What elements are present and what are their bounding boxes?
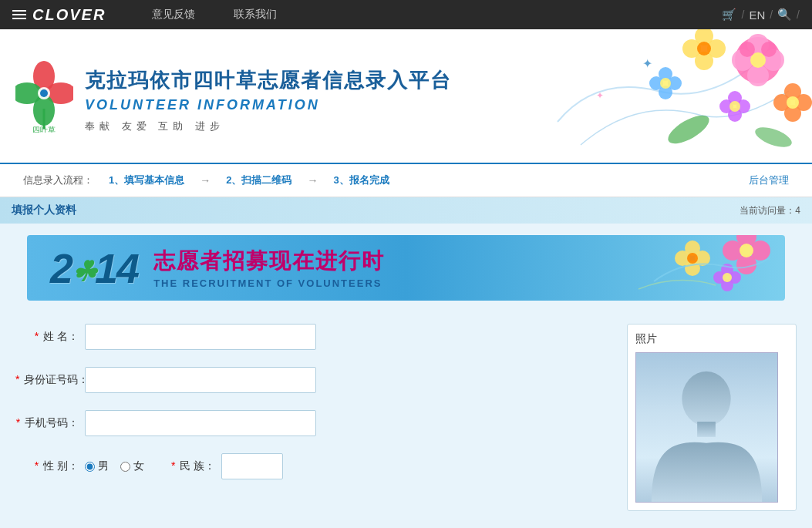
volunteer-banner: 2☘14 志愿者招募现在进行时 THE RECRUITMENT OF VOLUN… [27, 235, 785, 301]
gender-options: 男 女 * 民 族： [85, 453, 612, 479]
step3-label: 3、报名完成 [333, 173, 389, 187]
svg-point-44 [740, 244, 753, 257]
photo-title: 照片 [635, 332, 788, 346]
section-header: 填报个人资料 当前访问量：4 [0, 197, 812, 224]
search-icon[interactable]: 🔍 [777, 8, 792, 22]
phone-label: * 手机号码： [15, 416, 85, 430]
required-star: * [35, 330, 39, 342]
ethnicity-block: * 民 族： [171, 453, 283, 479]
visitor-count: 当前访问量：4 [740, 204, 800, 217]
name-input[interactable] [85, 324, 316, 350]
svg-point-20 [697, 42, 711, 55]
navbar-brand: CLOVER [12, 6, 106, 24]
nav-contact[interactable]: 联系我们 [234, 8, 277, 22]
svg-point-35 [729, 101, 740, 112]
svg-point-49 [687, 253, 698, 264]
step2-arrow: → [307, 174, 318, 187]
required-star-id: * [15, 373, 19, 385]
phone-row: * 手机号码： [15, 410, 612, 436]
photo-container: 照片 [627, 324, 797, 511]
step-nav: 信息录入流程： 1、填写基本信息 → 2、扫描二维码 → 3、报名完成 后台管理 [0, 164, 812, 197]
svg-point-15 [761, 42, 777, 57]
banner-flowers-right [608, 235, 785, 301]
nav-right: 🛒 / EN / 🔍 / [722, 8, 800, 22]
navbar: CLOVER 意见反馈 联系我们 🛒 / EN / 🔍 / [0, 0, 812, 29]
svg-point-5 [40, 89, 48, 97]
name-label: * 姓 名： [15, 330, 85, 344]
form-left: * 姓 名： * 身份证号码： * 手机号码： [15, 324, 612, 511]
id-input[interactable] [85, 367, 316, 393]
female-option[interactable]: 女 [120, 459, 144, 473]
photo-placeholder [635, 352, 778, 503]
header-left: 四叶草 克拉玛依市四叶草志愿者信息录入平台 VOLUNTEER INFORMAT… [15, 59, 452, 133]
banner-year: 2☘14 [50, 244, 138, 292]
banner-text-block: 志愿者招募现在进行时 THE RECRUITMENT OF VOLUNTEERS [153, 247, 385, 289]
photo-section: 照片 [627, 324, 797, 511]
section-title: 填报个人资料 [12, 203, 76, 217]
nav-feedback[interactable]: 意见反馈 [152, 8, 195, 22]
header-title-zh: 克拉玛依市四叶草志愿者信息录入平台 [85, 67, 452, 94]
svg-point-37 [753, 123, 794, 151]
admin-link[interactable]: 后台管理 [749, 173, 789, 187]
form-area: * 姓 名： * 身份证号码： * 手机号码： [0, 316, 812, 526]
required-star-gender: * [35, 459, 39, 472]
header-slogan: 奉献 友爱 互助 进步 [85, 119, 452, 133]
svg-point-30 [787, 96, 799, 109]
name-row: * 姓 名： [15, 324, 612, 350]
cart-icon[interactable]: 🛒 [722, 8, 736, 22]
svg-text:✦: ✦ [642, 57, 652, 70]
svg-rect-57 [697, 422, 716, 437]
svg-text:四叶草: 四叶草 [32, 126, 56, 133]
svg-point-14 [740, 42, 755, 57]
clover-logo: 四叶草 [15, 59, 73, 133]
nav-links: 意见反馈 联系我们 [152, 8, 722, 22]
hamburger-icon[interactable] [12, 10, 26, 19]
male-radio[interactable] [85, 462, 95, 472]
svg-point-56 [682, 372, 730, 426]
ethnicity-label: * 民 族： [171, 459, 215, 473]
id-label: * 身份证号码： [15, 373, 85, 387]
header-banner: 四叶草 克拉玛依市四叶草志愿者信息录入平台 VOLUNTEER INFORMAT… [0, 29, 812, 164]
header-title-en: VOLUNTEER INFORMATION [85, 97, 452, 113]
required-star-phone: * [16, 416, 20, 429]
id-row: * 身份证号码： [15, 367, 612, 393]
step-nav-label: 信息录入流程： [23, 173, 93, 187]
svg-point-10 [747, 65, 769, 86]
step2-label: 2、扫描二维码 [226, 173, 291, 187]
language-icon[interactable]: EN [749, 8, 765, 22]
gender-label: * 性 别： [15, 459, 85, 473]
ethnicity-input[interactable] [221, 453, 283, 479]
banner-title-zh: 志愿者招募现在进行时 [153, 247, 385, 276]
male-option[interactable]: 男 [85, 459, 109, 473]
flower-decoration: ✦ ✦ [519, 29, 812, 164]
phone-input[interactable] [85, 410, 316, 436]
brand-name[interactable]: CLOVER [32, 6, 106, 24]
svg-point-54 [723, 273, 732, 282]
header-text-block: 克拉玛依市四叶草志愿者信息录入平台 VOLUNTEER INFORMATION … [85, 59, 452, 133]
main-content: 2☘14 志愿者招募现在进行时 THE RECRUITMENT OF VOLUN… [0, 224, 812, 528]
female-radio[interactable] [120, 462, 130, 472]
step1-label: 1、填写基本信息 [109, 173, 184, 187]
svg-text:✦: ✦ [596, 90, 604, 101]
svg-point-25 [660, 78, 671, 89]
banner-title-en: THE RECRUITMENT OF VOLUNTEERS [153, 277, 385, 289]
gender-ethnicity-row: * 性 别： 男 女 * 民 族： [15, 453, 612, 479]
step1-arrow: → [200, 174, 211, 187]
